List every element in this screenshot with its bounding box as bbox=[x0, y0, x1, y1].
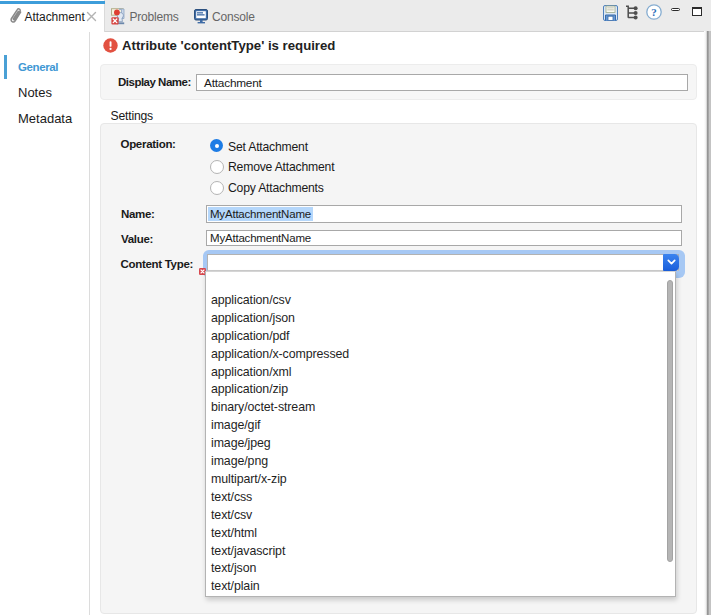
svg-text:?: ? bbox=[651, 6, 657, 18]
